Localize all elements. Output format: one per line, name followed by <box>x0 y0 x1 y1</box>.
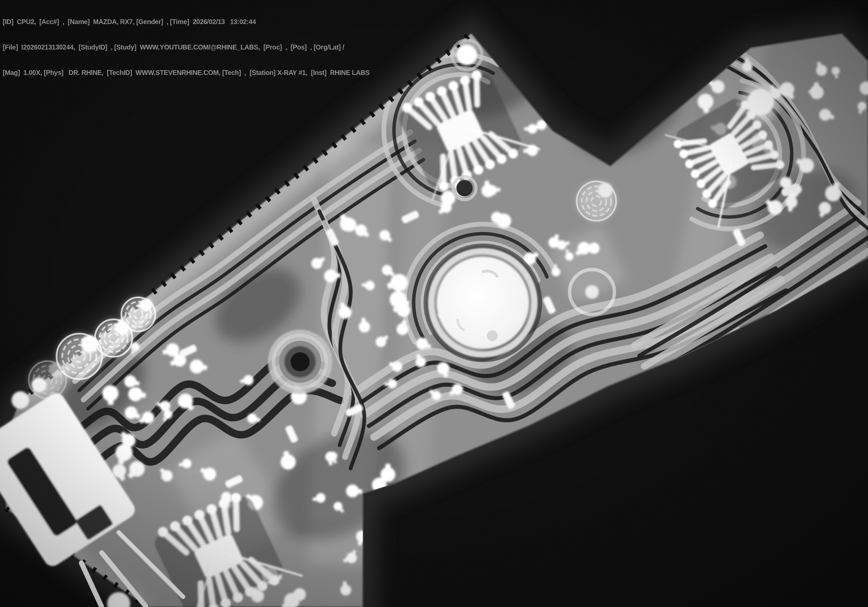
overlay-line-2: [File] I20260213130244, [StudyID] , [Stu… <box>3 43 370 51</box>
metadata-overlay: [ID] CPU2, [Acc#] , [Name] MAZDA, RX7, [… <box>3 0 393 93</box>
xray-viewer-window: [ID] CPU2, [Acc#] , [Name] MAZDA, RX7, [… <box>0 0 868 607</box>
overlay-line-3: [Mag] 1.00X, [Phys] DR. RHINE, [TechID] … <box>3 68 370 77</box>
overlay-line-1: [ID] CPU2, [Acc#] , [Name] MAZDA, RX7, [… <box>3 17 370 26</box>
